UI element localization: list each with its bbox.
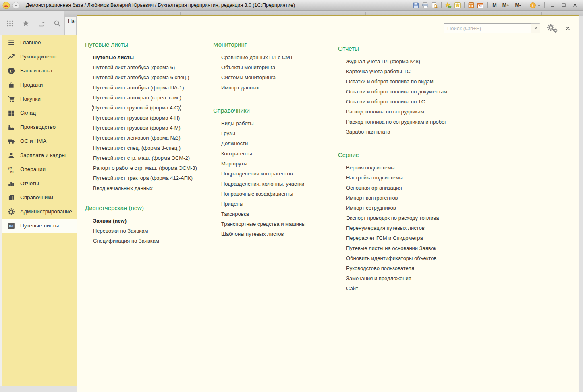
menu-item-link[interactable]: Сравнение данных ПЛ с СМТ bbox=[221, 54, 293, 60]
apps-menu-icon[interactable] bbox=[5, 18, 15, 29]
menu-item-link[interactable]: Рапорт о работе стр. маш. (форма ЭСМ-3) bbox=[93, 165, 197, 171]
menu-item-link[interactable]: Объекты мониторинга bbox=[221, 64, 275, 70]
menu-item-link[interactable]: Путевой лист спец. (форма 3-спец.) bbox=[93, 145, 181, 151]
menu-item-link[interactable]: Настройка подсистемы bbox=[346, 175, 403, 181]
menu-item-link[interactable]: Версия подсистемы bbox=[346, 165, 395, 171]
menu-item-link[interactable]: Импорт сотрудников bbox=[346, 205, 396, 211]
menu-item-link[interactable]: Путевой лист стр. маш. (форма ЭСМ-2) bbox=[93, 155, 190, 161]
favorites-icon[interactable] bbox=[454, 2, 461, 9]
menu-item-link[interactable]: Ввод начальных данных bbox=[93, 185, 153, 191]
menu-item-link[interactable]: Системы мониторинга bbox=[221, 74, 276, 80]
menu-item-link[interactable]: Спецификация по Заявкам bbox=[93, 238, 159, 244]
1c-logo-icon[interactable]: 1С bbox=[2, 2, 10, 9]
menu-item-link[interactable]: Должности bbox=[221, 140, 248, 146]
menu-item-link[interactable]: Импорт данных bbox=[221, 85, 259, 91]
settings-gears-icon[interactable] bbox=[546, 23, 558, 33]
calendar-icon[interactable]: 31 bbox=[477, 2, 484, 9]
sidebar-item[interactable]: Администрирование bbox=[2, 204, 77, 219]
menu-item-link[interactable]: Замечания и предложения bbox=[346, 275, 411, 281]
menu-item-link[interactable]: Карточка учета работы ТС bbox=[346, 68, 411, 74]
menu-item-link[interactable]: Путевой лист автобуса (форма 6 спец.) bbox=[93, 74, 189, 80]
search-group bbox=[444, 23, 540, 33]
sidebar-item[interactable]: ДтКт Операции bbox=[2, 162, 77, 176]
sidebar-item[interactable]: Р Банк и касса bbox=[2, 64, 77, 78]
menu-item-link[interactable]: Путевой лист автобуса (форма ПА-1) bbox=[93, 85, 184, 91]
menu-item-link[interactable]: Контрагенты bbox=[221, 151, 252, 157]
menu-item-link[interactable]: Руководстово пользователя bbox=[346, 265, 414, 271]
sidebar-item[interactable]: Руководителю bbox=[2, 50, 77, 64]
sidebar-item[interactable]: Покупки bbox=[2, 92, 77, 106]
history-icon[interactable] bbox=[36, 18, 47, 29]
menu-item-link[interactable]: Перенумерация путевых листов bbox=[346, 225, 425, 231]
menu-item-link[interactable]: Путевой лист легковой (форма №3) bbox=[93, 135, 181, 141]
menu-item-link[interactable]: Путевой лист автобуса (форма 6) bbox=[93, 64, 175, 70]
sidebar-item[interactable]: Зарплата и кадры bbox=[2, 148, 77, 162]
menu-item-link[interactable]: Остатки и оборот топлива по ТС bbox=[346, 99, 425, 105]
menu-item-link[interactable]: Экспорт проводок по расходу топлива bbox=[346, 215, 439, 221]
sidebar-item[interactable]: ОС и НМА bbox=[2, 134, 77, 148]
sidebar-item[interactable]: Производство bbox=[2, 120, 77, 134]
add-favorite-icon[interactable] bbox=[444, 2, 452, 9]
sidebar-item[interactable]: Главное bbox=[2, 35, 77, 50]
menu-item-link[interactable]: Маршруты bbox=[221, 161, 247, 167]
chevron-down-icon[interactable] bbox=[537, 3, 542, 8]
memory-button[interactable]: M bbox=[490, 2, 498, 8]
menu-item-link[interactable]: Расход топлива по сотрудникам bbox=[346, 109, 424, 115]
menu-item-link[interactable]: Грузы bbox=[221, 130, 235, 136]
search-icon[interactable] bbox=[52, 18, 62, 29]
menu-item-link[interactable]: Подразделения, колонны, участки bbox=[221, 181, 304, 187]
menu-item-link[interactable]: Расход топлива по сотрудникам и пробег bbox=[346, 119, 446, 125]
menu-item-link[interactable]: Перевозки по Заявкам bbox=[93, 228, 148, 234]
menu-item-link[interactable]: Путевой лист автокран (стрел. сам.) bbox=[93, 95, 181, 101]
menu-item-link[interactable]: Путевой лист грузовой (форма 4-П) bbox=[93, 115, 180, 121]
info-icon[interactable]: i bbox=[529, 2, 537, 9]
menu-item-link[interactable]: Обновить идентификаторы объектов bbox=[346, 255, 436, 261]
menu-item-link[interactable]: Журнал учета ПЛ (форма №8) bbox=[346, 58, 420, 64]
menu-item-link[interactable]: Заявки (new) bbox=[93, 218, 127, 224]
sidebar-item[interactable]: Склад bbox=[2, 106, 77, 120]
favorites-star-icon[interactable] bbox=[21, 18, 31, 29]
menu-item-link[interactable]: Таксировка bbox=[221, 211, 249, 217]
menu-item-link[interactable]: Путевой лист грузовой (форма 4-М) bbox=[93, 125, 181, 131]
minimize-icon[interactable] bbox=[548, 2, 557, 9]
close-panel-icon[interactable] bbox=[564, 24, 572, 32]
menu-item-link[interactable]: Сайт bbox=[346, 285, 358, 291]
menu-item: Путевой лист грузовой (форма 4-М) bbox=[93, 122, 208, 132]
menu-item-link[interactable]: Путевые листы bbox=[93, 54, 134, 60]
menu-item-link[interactable]: Путевой лист грузовой (форма 4-С) bbox=[93, 105, 180, 111]
menu-item: Основная организация bbox=[346, 182, 461, 192]
menu-item-link[interactable]: Прицепы bbox=[221, 201, 243, 207]
search-clear-icon[interactable] bbox=[531, 23, 540, 33]
menu-item-link[interactable]: Путевые листы на основании Заявок bbox=[346, 245, 436, 251]
system-menu-dropdown-icon[interactable] bbox=[12, 2, 20, 9]
menu-item-link[interactable]: Поправочные коэффициенты bbox=[221, 191, 293, 197]
menu-item-link[interactable]: Подразделения контрагентов bbox=[221, 171, 293, 177]
menu-item-link[interactable]: Путевой лист трактора (форма 412-АПК) bbox=[93, 175, 193, 181]
sidebar-item[interactable]: ПЛ Путевые листы bbox=[2, 219, 77, 233]
sidebar-item[interactable]: Отчеты bbox=[2, 176, 77, 190]
menu-item: Замечания и предложения bbox=[346, 273, 461, 283]
menu-item: Экспорт проводок по расходу топлива bbox=[346, 213, 461, 223]
menu-item-link[interactable]: Транспортные средства и машины bbox=[221, 221, 305, 227]
search-input[interactable] bbox=[444, 23, 531, 33]
menu-item-link[interactable]: Остатки и оборот топлива по документам bbox=[346, 89, 447, 95]
calculator-icon[interactable] bbox=[467, 2, 475, 9]
menu-item-link[interactable]: Перерасчет ГСМ и Спидометра bbox=[346, 235, 423, 241]
print-preview-icon[interactable] bbox=[431, 2, 438, 9]
section-spravochniki: Справочники Виды работыГрузыДолжностиКон… bbox=[213, 107, 336, 239]
menu-item-link[interactable]: Основная организация bbox=[346, 185, 402, 191]
menu-item-link[interactable]: Заработная плата bbox=[346, 129, 390, 135]
close-icon[interactable] bbox=[570, 2, 580, 9]
sidebar-item[interactable]: Справочники bbox=[2, 190, 77, 204]
maximize-icon[interactable] bbox=[559, 2, 568, 9]
memory-button[interactable]: M- bbox=[513, 2, 523, 8]
print-icon[interactable] bbox=[421, 2, 429, 9]
menu-item-link[interactable]: Импорт контрагентов bbox=[346, 195, 398, 201]
tab-start-page[interactable]: Нач bbox=[64, 16, 77, 35]
save-icon[interactable] bbox=[412, 2, 420, 9]
menu-item-link[interactable]: Шаблоны путевых листов bbox=[221, 231, 284, 237]
menu-item-link[interactable]: Остатки и оборот топлива по видам bbox=[346, 78, 434, 85]
sidebar-item[interactable]: Продажи bbox=[2, 78, 77, 92]
menu-item-link[interactable]: Виды работы bbox=[221, 120, 254, 126]
memory-button[interactable]: M+ bbox=[500, 2, 512, 8]
